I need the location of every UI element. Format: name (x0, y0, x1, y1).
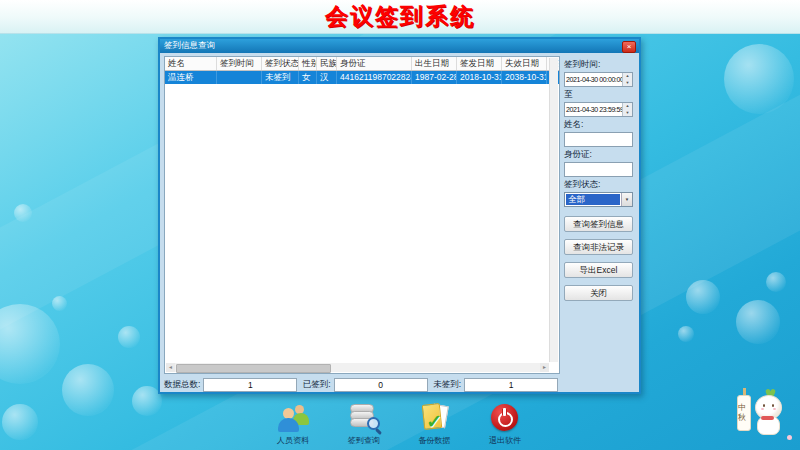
app-title: 会议签到系统 (325, 1, 475, 32)
signin-table: 姓名签到时间签到状态性别民族身份证出生日期签发日期失效日期签 温连桥未签到女汉4… (164, 56, 560, 374)
launcher-label: 人员资料 (277, 435, 309, 446)
bubble-decoration (14, 204, 32, 222)
time-to-input[interactable]: 2021-04-30 23:59:59 ▲ ▼ (564, 102, 633, 117)
dialog-title: 签到信息查询 (164, 40, 215, 52)
launcher-label: 备份数据 (418, 435, 450, 446)
bubble-decoration (0, 304, 60, 384)
id-input[interactable] (564, 162, 633, 177)
dialog-body: 姓名签到时间签到状态性别民族身份证出生日期签发日期失效日期签 温连桥未签到女汉4… (160, 53, 639, 392)
time-to-value: 2021-04-30 23:59:59 (565, 106, 623, 113)
table-cell[interactable]: 汉 (317, 71, 337, 84)
table-cell[interactable]: 2038-10-31 (502, 71, 547, 84)
mascot-scarf (761, 416, 774, 420)
query-invalid-records-button[interactable]: 查询非法记录 (564, 239, 633, 255)
filter-panel: 签到时间: 2021-04-30 00:00:00 ▲ ▼ 至 2021-04-… (562, 53, 635, 392)
status-label: 签到状态: (564, 179, 633, 191)
people-icon (276, 403, 310, 433)
bubble-decoration (736, 300, 780, 344)
spinner-control[interactable]: ▲ ▼ (622, 103, 632, 116)
column-header[interactable]: 出生日期 (412, 57, 457, 70)
status-row: 数据总数: 1 已签到: 0 未签到: 1 (164, 378, 558, 392)
database-search-icon (347, 403, 381, 433)
table-cell[interactable]: 1987-02-28 (412, 71, 457, 84)
launcher-label: 退出软件 (489, 435, 521, 446)
unsigned-count-label: 未签到: (433, 379, 461, 391)
bubble-decoration (118, 326, 140, 348)
table-cell[interactable]: 未签到 (262, 71, 299, 84)
column-header[interactable]: 民族 (317, 57, 337, 70)
name-input[interactable] (564, 132, 633, 147)
close-button[interactable]: 关闭 (564, 285, 633, 301)
backup-data-icon: ✓ (417, 403, 451, 433)
table-header-row: 姓名签到时间签到状态性别民族身份证出生日期签发日期失效日期签 (165, 57, 560, 71)
unsigned-count-value: 1 (464, 378, 558, 392)
column-header[interactable]: 身份证 (337, 57, 412, 70)
column-header[interactable]: 签到时间 (217, 57, 262, 70)
exit-software-item[interactable]: 退出软件 (475, 403, 535, 447)
status-selected-value: 全部 (566, 194, 620, 205)
mascot-widget[interactable]: 中秋 (735, 384, 795, 448)
column-header[interactable]: 失效日期 (502, 57, 547, 70)
column-header[interactable]: 签到状态 (262, 57, 299, 70)
signin-query-item[interactable]: 签到查询 (334, 403, 394, 447)
spinner-down-icon[interactable]: ▼ (623, 110, 632, 117)
bubble-decoration (686, 280, 720, 314)
table-cell[interactable]: 温连桥 (165, 71, 217, 84)
column-header[interactable]: 姓名 (165, 57, 217, 70)
bubble-decoration (724, 44, 794, 114)
time-from-value: 2021-04-30 00:00:00 (565, 76, 623, 83)
signed-count-value: 0 (334, 378, 428, 392)
bubble-decoration (678, 326, 694, 342)
column-header[interactable]: 签发日期 (457, 57, 502, 70)
to-label: 至 (564, 89, 633, 101)
table-cell[interactable]: 女 (299, 71, 317, 84)
name-label: 姓名: (564, 119, 633, 131)
id-label: 身份证: (564, 149, 633, 161)
close-icon[interactable]: × (622, 41, 636, 53)
dialog-titlebar[interactable]: 签到信息查询 × (160, 39, 639, 53)
bubble-decoration (2, 404, 38, 440)
spinner-down-icon[interactable]: ▼ (623, 80, 632, 87)
dropdown-arrow-icon[interactable]: ▼ (621, 193, 632, 206)
time-from-input[interactable]: 2021-04-30 00:00:00 ▲ ▼ (564, 72, 633, 87)
bubble-decoration (62, 364, 114, 416)
mascot-banner: 中秋 (737, 395, 751, 431)
total-count-label: 数据总数: (164, 379, 200, 391)
flower-decoration (787, 435, 792, 440)
scrollbar-track[interactable] (175, 363, 540, 372)
table-row-selected[interactable]: 温连桥未签到女汉4416211987022824611987-02-282018… (165, 71, 560, 84)
app-title-band: 会议签到系统 (0, 0, 800, 34)
power-icon (488, 403, 522, 433)
check-icon: ✓ (426, 410, 442, 433)
backup-data-item[interactable]: ✓ 备份数据 (404, 403, 464, 447)
launcher-bar: 人员资料 签到查询 ✓ 备份数据 退出软件 (263, 403, 535, 447)
column-header[interactable]: 性别 (299, 57, 317, 70)
screen: 会议签到系统 签到信息查询 × 姓名签到时间签到状态性别民族身份证出生日期签发日… (0, 0, 800, 450)
horizontal-scrollbar[interactable]: ◄ ► (166, 363, 549, 372)
bubble-decoration (52, 296, 67, 311)
desktop-background: 签到信息查询 × 姓名签到时间签到状态性别民族身份证出生日期签发日期失效日期签 … (0, 34, 800, 450)
spinner-control[interactable]: ▲ ▼ (622, 73, 632, 86)
scroll-right-icon[interactable]: ► (540, 363, 549, 372)
table-cell[interactable]: 441621198702282461 (337, 71, 412, 84)
time-range-label: 签到时间: (564, 59, 633, 71)
launcher-label: 签到查询 (348, 435, 380, 446)
vertical-scrollbar[interactable] (549, 58, 558, 362)
signin-query-dialog: 签到信息查询 × 姓名签到时间签到状态性别民族身份证出生日期签发日期失效日期签 … (158, 37, 641, 394)
total-count-value: 1 (203, 378, 297, 392)
bubble-decoration (766, 272, 786, 292)
query-signin-button[interactable]: 查询签到信息 (564, 216, 633, 232)
scroll-left-icon[interactable]: ◄ (166, 363, 175, 372)
table-cell[interactable]: 2018-10-31 (457, 71, 502, 84)
export-excel-button[interactable]: 导出Excel (564, 262, 633, 278)
scrollbar-thumb[interactable] (176, 364, 331, 373)
table-cell[interactable] (217, 71, 262, 84)
personnel-data-item[interactable]: 人员资料 (263, 403, 323, 447)
status-dropdown[interactable]: 全部 ▼ (564, 192, 633, 207)
signed-count-label: 已签到: (303, 379, 331, 391)
